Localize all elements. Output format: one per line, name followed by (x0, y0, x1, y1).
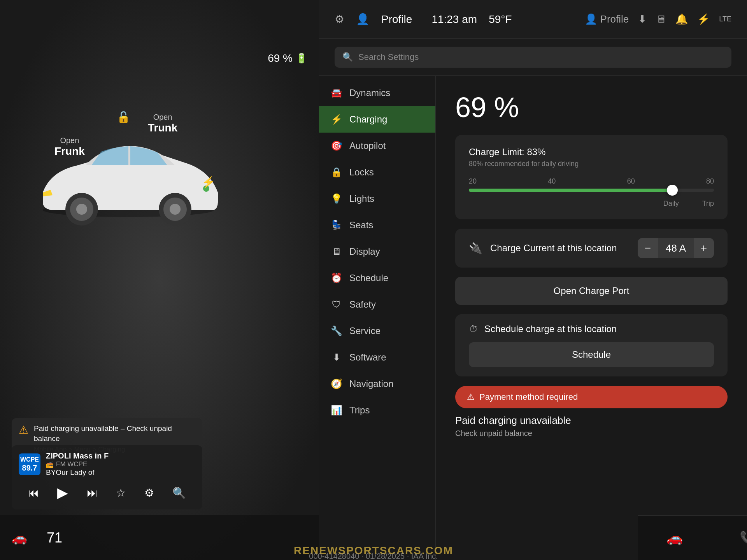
battery-status: 69 % 🔋 (268, 52, 307, 65)
nav-item-schedule[interactable]: ⏰ Schedule (319, 265, 435, 291)
play-button[interactable]: ▶ (55, 482, 70, 503)
nav-label-software: Software (349, 352, 386, 363)
schedule-button[interactable]: Schedule (469, 342, 714, 367)
error-icon: ⚠ (467, 392, 475, 402)
nav-item-seats[interactable]: 💺 Seats (319, 212, 435, 238)
station-name: ZIPOLI Mass in F (46, 452, 195, 460)
slider-thumb[interactable] (667, 185, 678, 196)
search-placeholder[interactable]: Search Settings (358, 52, 419, 62)
header-time: 11:23 am (431, 13, 477, 26)
nav-label-seats: Seats (349, 220, 373, 231)
schedule-section: ⏱ Schedule charge at this location Sched… (455, 314, 728, 376)
amp-decrease-button[interactable]: − (638, 238, 658, 258)
settings-header: ⚙ 👤 Profile 11:23 am 59°F 👤 Profile ⬇ 🖥 … (319, 0, 747, 39)
car-svg-container: ⚡ (19, 132, 237, 241)
autopilot-icon: 🎯 (331, 140, 342, 151)
charge-slider[interactable] (469, 189, 714, 192)
slider-track (469, 189, 714, 192)
software-icon: ⬇ (331, 352, 342, 363)
nav-item-safety[interactable]: 🛡 Safety (319, 291, 435, 318)
temp-display: 71 (47, 530, 62, 546)
favorite-button[interactable]: ☆ (114, 484, 128, 502)
taskbar-car-icon[interactable]: 🚗 (663, 526, 687, 550)
nav-item-software[interactable]: ⬇ Software (319, 344, 435, 371)
equalizer-button[interactable]: ⚙ (142, 484, 156, 502)
battery-percentage: 69 % (268, 52, 293, 65)
trip-label: Trip (702, 200, 714, 208)
charge-current-section: 🔌 Charge Current at this location − 48 A… (455, 229, 728, 268)
search-music-button[interactable]: 🔍 (170, 484, 188, 502)
nav-item-lights[interactable]: 💡 Lights (319, 186, 435, 212)
taskbar: 🚗 📞 ✕ ⬤ ··· 🔊 (638, 515, 747, 560)
charge-current-title: Charge Current at this location (490, 243, 630, 254)
dynamics-icon: 🚘 (331, 88, 342, 98)
car-status-icon[interactable]: 🚗 (12, 530, 27, 545)
amp-increase-button[interactable]: + (694, 238, 714, 258)
header-temp: 59°F (489, 13, 512, 26)
nav-item-navigation[interactable]: 🧭 Navigation (319, 371, 435, 397)
station-type: 📻 FM WCPE (46, 460, 195, 468)
service-icon: 🔧 (331, 326, 342, 336)
nav-label-autopilot: Autopilot (349, 140, 386, 151)
station-track: BYOur Lady of (46, 468, 195, 477)
taskbar-phone-icon[interactable]: 📞 (736, 526, 747, 550)
search-input-wrap[interactable]: 🔍 Search Settings (335, 47, 731, 68)
safety-icon: 🛡 (331, 299, 342, 310)
daily-label: Daily (663, 200, 679, 208)
charge-plug-icon: 🔌 (469, 242, 482, 255)
signal-icon: LTE (719, 15, 731, 23)
nav-label-locks: Locks (349, 167, 374, 178)
charging-icon: ⚡ (331, 114, 342, 125)
nav-label-navigation: Navigation (349, 378, 393, 389)
battery-percentage-large: 69 % (455, 91, 728, 123)
amp-value: 48 A (658, 242, 694, 254)
amperage-control: − 48 A + (638, 238, 714, 258)
charging-content: 69 % Charge Limit: 83% 80% recommended f… (436, 76, 747, 560)
nav-item-display[interactable]: 🖥 Display (319, 238, 435, 265)
charge-limit-section: Charge Limit: 83% 80% recommended for da… (455, 135, 728, 219)
nav-label-trips: Trips (349, 405, 370, 416)
nav-item-locks[interactable]: 🔒 Locks (319, 159, 435, 186)
charge-limit-title: Charge Limit: 83% (469, 147, 714, 158)
svg-point-3 (76, 204, 87, 215)
nav-item-trips[interactable]: 📊 Trips (319, 397, 435, 424)
left-bottom-bar: 🚗 71 (0, 515, 319, 560)
profile-label[interactable]: Profile (381, 13, 412, 26)
bell-icon[interactable]: 🔔 (675, 13, 688, 25)
nav-item-dynamics[interactable]: 🚘 Dynamics (319, 80, 435, 106)
nav-item-service[interactable]: 🔧 Service (319, 318, 435, 344)
station-logo: WCPE 89.7 (19, 453, 40, 475)
open-charge-port-button[interactable]: Open Charge Port (455, 277, 728, 305)
svg-text:⚡: ⚡ (202, 176, 215, 189)
nav-item-autopilot[interactable]: 🎯 Autopilot (319, 133, 435, 159)
seats-icon: 💺 (331, 220, 342, 231)
slider-end-labels: Daily Trip (469, 200, 714, 208)
schedule-clock-icon: ⏱ (469, 324, 478, 334)
next-button[interactable]: ⏭ (84, 484, 100, 502)
nav-label-service: Service (349, 326, 381, 336)
svg-point-6 (170, 204, 181, 215)
schedule-row: ⏱ Schedule charge at this location (469, 324, 714, 334)
prev-button[interactable]: ⏮ (26, 484, 41, 502)
paid-charging-sub: Check unpaid balance (455, 429, 728, 438)
nav-label-schedule: Schedule (349, 273, 388, 284)
download-icon[interactable]: ⬇ (638, 13, 647, 25)
nav-label-display: Display (349, 246, 380, 257)
charge-limit-sub: 80% recommended for daily driving (469, 160, 714, 168)
settings-panel: ⚙ 👤 Profile 11:23 am 59°F 👤 Profile ⬇ 🖥 … (319, 0, 747, 560)
nav-item-charging[interactable]: ⚡ Charging (319, 106, 435, 133)
warning-text: Paid charging unavailable – Check unpaid… (34, 424, 195, 444)
profile-header-icon[interactable]: 👤 Profile (585, 13, 629, 25)
music-controls: ⏮ ▶ ⏭ ☆ ⚙ 🔍 (19, 482, 195, 503)
slider-fill (469, 189, 672, 192)
lights-icon: 💡 (331, 193, 342, 204)
settings-home-icon[interactable]: ⚙ (335, 13, 344, 26)
trunk-label[interactable]: Open Trunk (148, 113, 177, 134)
display-icon[interactable]: 🖥 (656, 13, 666, 25)
trips-icon: 📊 (331, 405, 342, 416)
car-panel: 69 % 🔋 Open Frunk Open Trunk 🔓 (0, 0, 319, 560)
top-status-bar: 69 % 🔋 (0, 47, 319, 70)
music-player: WCPE 89.7 ZIPOLI Mass in F 📻 FM WCPE BYO… (12, 445, 202, 509)
bluetooth-icon[interactable]: ⚡ (697, 13, 710, 25)
search-bar: 🔍 Search Settings (319, 39, 747, 76)
